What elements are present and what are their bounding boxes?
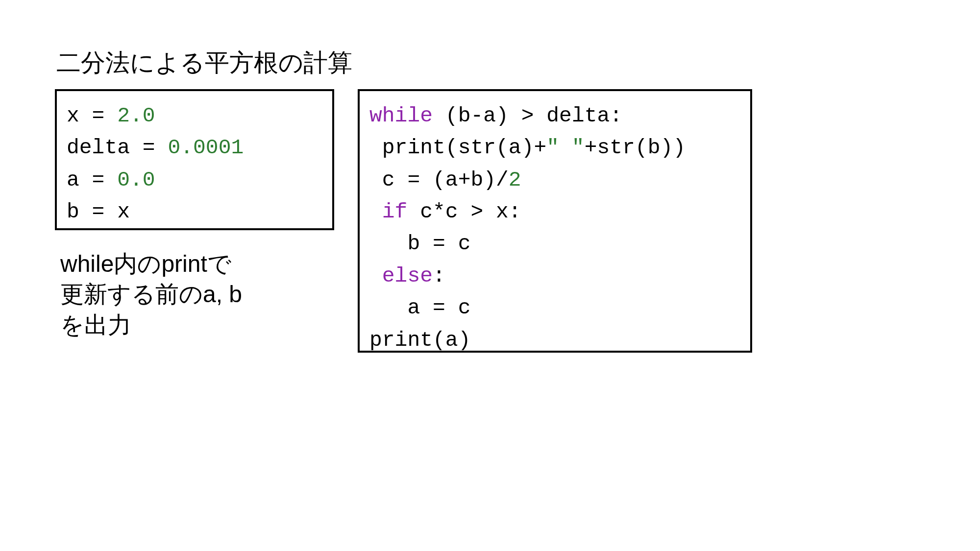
code-line: else: [369, 260, 740, 292]
code-line: b = c [369, 228, 740, 260]
slide-title: 二分法による平方根の計算 [56, 47, 352, 79]
explanation-note: while内のprintで更新する前のa, bを出力 [60, 249, 242, 340]
code-line: print(a) [369, 324, 740, 356]
code-box-loop: while (b-a) > delta: print(str(a)+" "+st… [358, 89, 752, 353]
code-line: print(str(a)+" "+str(b)) [369, 132, 740, 164]
code-box-initialization: x = 2.0 delta = 0.0001 a = 0.0 b = x [55, 89, 334, 230]
code-line: c = (a+b)/2 [369, 164, 740, 196]
code-line: a = c [369, 292, 740, 324]
code-line: x = 2.0 [67, 100, 322, 132]
code-line: delta = 0.0001 [67, 132, 322, 164]
code-line: a = 0.0 [67, 164, 322, 196]
code-line: while (b-a) > delta: [369, 100, 740, 132]
code-line: b = x [67, 196, 322, 228]
code-line: if c*c > x: [369, 196, 740, 228]
